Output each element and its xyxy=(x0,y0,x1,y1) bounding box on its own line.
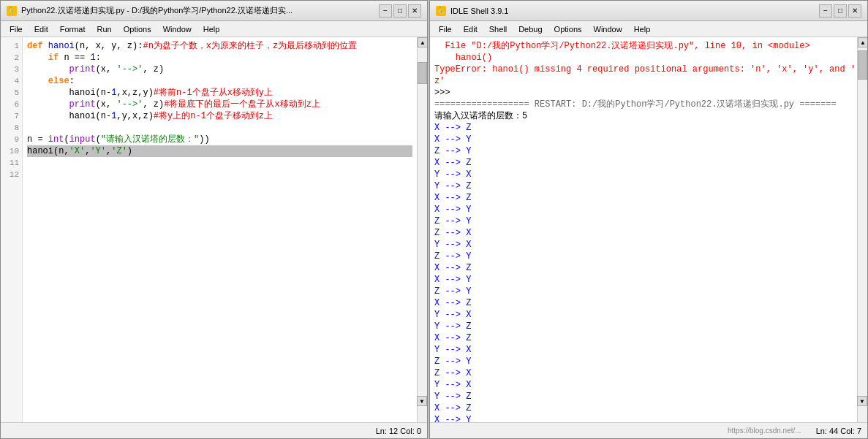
shell-title: IDLE Shell 3.9.1 xyxy=(450,7,813,15)
editor-status-bar: Ln: 12 Col: 0 xyxy=(1,422,427,438)
editor-menu-bar: File Edit Format Run Options Window Help xyxy=(1,21,427,37)
menu-format[interactable]: Format xyxy=(54,23,91,35)
shell-menu-shell[interactable]: Shell xyxy=(483,23,513,35)
shell-menu-bar: File Edit Shell Debug Options Window Hel… xyxy=(430,21,867,37)
code-text[interactable]: def hanoi(n, x, y, z):#n为盘子个数，x为原来的柱子，z为… xyxy=(23,37,417,422)
shell-cursor-pos: Ln: 44 Col: 7 xyxy=(816,427,861,435)
editor-scrollbar[interactable]: ▲ ▼ xyxy=(417,37,427,422)
editor-cursor-pos: Ln: 12 Col: 0 xyxy=(376,427,421,435)
code-editor[interactable]: 1 2 3 4 5 6 7 8 9 10 11 12 def hanoi(n, … xyxy=(1,37,427,422)
shell-menu-options[interactable]: Options xyxy=(548,23,588,35)
shell-menu-help[interactable]: Help xyxy=(628,23,657,35)
shell-menu-debug[interactable]: Debug xyxy=(513,23,548,35)
shell-maximize-button[interactable]: □ xyxy=(834,4,847,18)
menu-help[interactable]: Help xyxy=(197,23,226,35)
minimize-button[interactable]: − xyxy=(379,4,392,18)
shell-icon: 🐍 xyxy=(436,6,446,16)
watermark: https://blog.csdn.net/... xyxy=(728,427,801,435)
menu-file[interactable]: File xyxy=(4,23,29,35)
editor-icon: 🐍 xyxy=(7,6,17,16)
shell-window-controls[interactable]: − □ ✕ xyxy=(819,4,861,18)
shell-output[interactable]: File "D:/我的Python学习/Python22.汉诺塔递归实现.py"… xyxy=(430,37,857,422)
shell-menu-edit[interactable]: Edit xyxy=(458,23,483,35)
shell-close-button[interactable]: ✕ xyxy=(848,4,861,18)
menu-edit[interactable]: Edit xyxy=(29,23,54,35)
menu-options[interactable]: Options xyxy=(118,23,157,35)
line-numbers: 1 2 3 4 5 6 7 8 9 10 11 12 xyxy=(1,37,23,422)
menu-run[interactable]: Run xyxy=(91,23,118,35)
shell-menu-file[interactable]: File xyxy=(433,23,458,35)
maximize-button[interactable]: □ xyxy=(393,4,407,18)
editor-window-controls[interactable]: − □ ✕ xyxy=(379,4,421,18)
editor-window: 🐍 Python22.汉诺塔递归实现.py - D:/我的Python学习/Py… xyxy=(0,0,428,439)
editor-title-bar: 🐍 Python22.汉诺塔递归实现.py - D:/我的Python学习/Py… xyxy=(1,1,427,21)
shell-menu-window[interactable]: Window xyxy=(588,23,628,35)
close-button[interactable]: ✕ xyxy=(408,4,421,18)
menu-window[interactable]: Window xyxy=(157,23,197,35)
shell-window: 🐍 IDLE Shell 3.9.1 − □ ✕ File Edit Shell… xyxy=(429,0,868,439)
shell-title-bar: 🐍 IDLE Shell 3.9.1 − □ ✕ xyxy=(430,1,867,21)
shell-minimize-button[interactable]: − xyxy=(819,4,832,18)
editor-title: Python22.汉诺塔递归实现.py - D:/我的Python学习/Pyth… xyxy=(21,5,373,16)
shell-scrollbar[interactable]: ▲ ▼ xyxy=(857,37,867,422)
shell-status-bar: https://blog.csdn.net/... Ln: 44 Col: 7 xyxy=(430,422,867,438)
